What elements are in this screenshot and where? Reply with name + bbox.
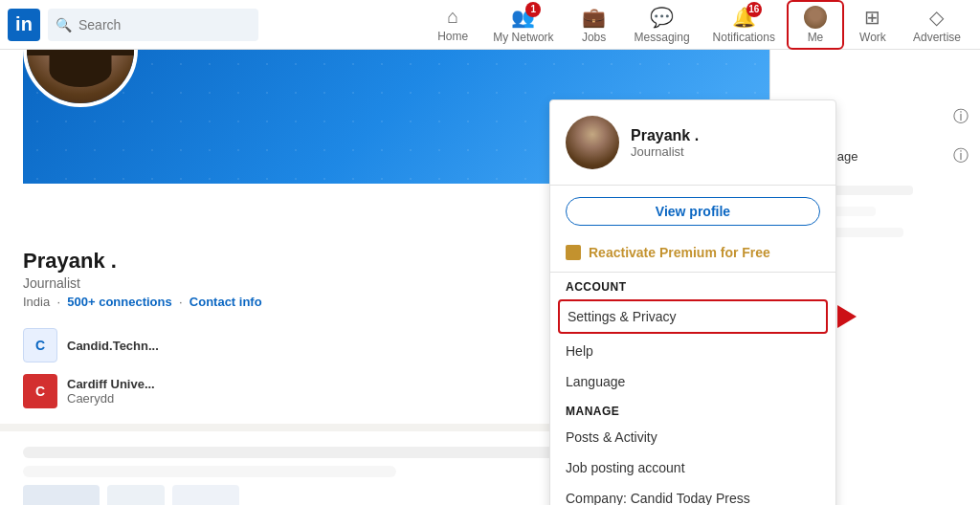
messaging-icon: 💬 [650,6,674,29]
exp-sub-cardiff: Caerydd [67,391,155,406]
jobs-label: Jobs [582,31,606,44]
notifications-icon: 🔔16 [732,6,756,29]
me-label: Me [808,31,824,44]
exp-details-cardiff: Cardiff Unive... Caerydd [67,377,155,406]
help-item[interactable]: Help [550,336,835,366]
advertise-icon: ◇ [929,6,944,29]
job-posting-label: Job posting account [566,460,685,475]
dropdown-avatar [566,116,619,169]
network-badge: 1 [525,2,541,17]
posts-activity-label: Posts & Activity [566,429,657,445]
messaging-label: Messaging [635,31,690,44]
dropdown-user-title: Journalist [631,144,699,159]
account-section-label: ACCOUNT [550,273,835,297]
posts-activity-item[interactable]: Posts & Activity [550,422,835,452]
search-icon: 🔍 [56,17,72,33]
network-icon: 👥1 [511,6,535,29]
exp-logo-cardiff: C [23,374,57,408]
nav-item-network[interactable]: 👥1 My Network [481,0,565,50]
settings-privacy-item[interactable]: Settings & Privacy [558,299,828,334]
notifications-label: Notifications [713,31,775,44]
dropdown-header: Prayank . Journalist [550,100,835,186]
premium-item[interactable]: Reactivate Premium for Free [550,237,835,273]
search-wrapper: 🔍 [48,9,258,41]
blur-block-2 [107,485,165,505]
connections-link[interactable]: 500+ connections [67,295,171,309]
navbar: in 🔍 ⌂ Home 👥1 My Network 💼 Jobs 💬 Messa… [0,0,980,50]
jobs-icon: 💼 [582,6,606,29]
exp-name-cardiff: Cardiff Unive... [67,377,155,391]
network-label: My Network [493,31,553,44]
search-input[interactable] [48,9,258,41]
nav-item-advertise[interactable]: ◇ Advertise [902,0,972,50]
advertise-label: Advertise [913,31,961,44]
language-label: Language [566,374,625,389]
blur-bar-1 [23,447,584,458]
home-icon: ⌂ [447,6,458,28]
manage-section-label: MANAGE [550,397,835,422]
blur-block-1 [23,485,100,505]
settings-privacy-label: Settings & Privacy [568,309,677,324]
me-avatar [804,6,827,29]
nav-items: ⌂ Home 👥1 My Network 💼 Jobs 💬 Messaging … [424,0,972,50]
nav-item-me[interactable]: Me [787,0,844,50]
nav-item-notifications[interactable]: 🔔16 Notifications [702,0,787,50]
work-icon: ⊞ [864,6,880,29]
job-posting-item[interactable]: Job posting account [550,452,835,483]
help-label: Help [566,343,593,359]
premium-label: Reactivate Premium for Free [589,245,770,260]
contact-info-link[interactable]: Contact info [189,295,262,309]
me-dropdown: Prayank . Journalist View profile Reacti… [549,99,836,505]
nav-item-messaging[interactable]: 💬 Messaging [623,0,702,50]
company-candid-press-item[interactable]: Company: Candid Today Press [550,483,835,505]
exp-details-candid: Candid.Techn... [67,339,159,353]
blur-block-3 [172,485,239,505]
right-language-icon: ⓘ [953,146,969,166]
notifications-badge: 16 [746,2,762,17]
home-label: Home [437,30,468,43]
nav-item-jobs[interactable]: 💼 Jobs [566,0,623,50]
dropdown-user-info: Prayank . Journalist [631,127,699,159]
work-label: Work [859,31,886,44]
view-profile-link[interactable]: View profile [566,197,820,226]
blur-bar-2 [23,466,396,477]
exp-logo-candid: C [23,328,57,362]
settings-arrow-right [837,305,857,328]
nav-item-home[interactable]: ⌂ Home [424,0,481,50]
language-item[interactable]: Language [550,366,835,397]
linkedin-logo[interactable]: in [8,9,40,41]
company-candid-press-label: Company: Candid Today Press [566,491,750,505]
exp-name-candid: Candid.Techn... [67,339,159,353]
profile-location: India [23,295,50,309]
right-url-icon: ⓘ [953,107,969,127]
premium-gem-icon [566,245,581,260]
dropdown-user-name: Prayank . [631,127,699,144]
nav-item-work[interactable]: ⊞ Work [844,0,902,50]
